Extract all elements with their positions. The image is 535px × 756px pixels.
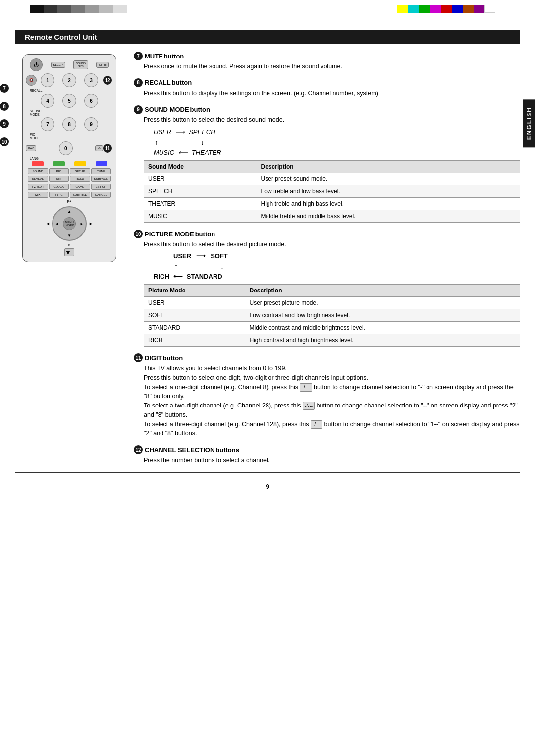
col-white xyxy=(484,5,495,13)
channel-selection-badge: 12 xyxy=(134,445,143,454)
col-blue xyxy=(452,5,463,13)
pic-flow-rich: RICH xyxy=(154,272,169,282)
sound-flow-user: USER xyxy=(154,127,171,137)
picture-mode-flow: USER ⟶ SOFT ↑ ↓ RICH ⟵ STANDARD xyxy=(154,251,510,281)
badge-7: 7 xyxy=(0,84,9,93)
channel-selection-title-suffix: buttons xyxy=(215,446,239,454)
num-4-button[interactable]: 4 xyxy=(41,94,54,108)
pic-flow-standard: STANDARD xyxy=(187,272,222,282)
tvtext-func-btn[interactable]: TV/TEXT xyxy=(28,184,48,190)
num-3-button[interactable]: 3 xyxy=(84,73,98,87)
subpage-func-btn[interactable]: SUBPAGE xyxy=(91,176,111,182)
digit-body-p1: This TV allows you to select channels fr… xyxy=(144,364,520,373)
num-9-button[interactable]: 9 xyxy=(84,117,98,131)
side-badge-9: 9 xyxy=(0,119,10,128)
mute-title-text: MUTE xyxy=(145,53,163,60)
blue-btn[interactable] xyxy=(96,161,107,166)
pic-flow-arrow1: ⟶ xyxy=(196,251,206,261)
color-bar xyxy=(397,5,495,13)
sleep-button[interactable]: SLEEP xyxy=(51,62,65,68)
digit-btn-3[interactable]: -/--- xyxy=(311,420,322,429)
picture-mode-title-suffix: button xyxy=(195,231,215,238)
setup-func-btn[interactable]: SETUP xyxy=(70,168,90,174)
digit-btn-1[interactable]: -/--- xyxy=(300,383,312,392)
vol-down-btn[interactable]: ◄ xyxy=(46,221,50,226)
left-arrow: ◄ xyxy=(55,222,59,226)
pic-table-row-user: USER User preset picture mode. xyxy=(144,297,520,309)
sound-mode-label: SOUNDMODE xyxy=(30,109,113,116)
power-button[interactable]: ⏻ xyxy=(30,58,43,71)
pic-func-btn[interactable]: PIC xyxy=(49,168,69,174)
up-arrow: ▲ xyxy=(67,209,71,214)
cancel-func-btn[interactable]: CANCEL xyxy=(91,192,111,198)
digit-body-p2: Press this button to select one-digit, t… xyxy=(144,373,520,383)
tune-func-btn[interactable]: TUNE xyxy=(91,168,111,174)
hold-func-btn[interactable]: HOLD xyxy=(70,176,90,182)
grayscale-bar xyxy=(30,5,127,13)
ch-iii-button[interactable]: CH III xyxy=(96,62,108,68)
recall-body: Press this button to display the setting… xyxy=(144,89,520,98)
mix-func-btn[interactable]: MIX xyxy=(28,192,48,198)
green-btn[interactable] xyxy=(53,161,65,166)
sound-mode-music: MUSIC xyxy=(144,210,257,223)
num-7-button[interactable]: 7 xyxy=(41,117,54,131)
sound-table-row-speech: SPEECH Low treble and low bass level. xyxy=(144,185,520,198)
sound-mode-music-desc: Middle treble and middle bass level. xyxy=(257,210,520,223)
mute-button[interactable]: 🔇 xyxy=(26,75,37,86)
channel-selection-title: 12 CHANNEL SELECTION buttons xyxy=(134,445,520,454)
picture-mode-title: 10 PICTURE MODE button xyxy=(134,230,520,238)
uni-func-btn[interactable]: UNI xyxy=(49,176,69,182)
num-1-button[interactable]: 1 xyxy=(41,73,54,87)
sound-flow-line2: MUSIC ⟵ THEATER xyxy=(154,148,510,158)
num-8-button[interactable]: 8 xyxy=(62,117,76,131)
p-down-btn[interactable]: ▼ xyxy=(64,248,74,256)
sound-flow-arrow1: ⟶ xyxy=(175,127,185,137)
recall-label: RECALL xyxy=(30,89,113,92)
num-0-button[interactable]: 0 xyxy=(59,141,73,155)
bottom-rule xyxy=(15,472,520,473)
sound-flow-arrow2: ⟵ xyxy=(178,148,188,158)
p-plus-label: P+ xyxy=(26,200,113,203)
num-6-button[interactable]: 6 xyxy=(84,94,98,108)
side-badge-8: 8 xyxy=(0,102,10,111)
picture-mode-section: 10 PICTURE MODE button Press this button… xyxy=(134,230,520,347)
lstch-func-btn[interactable]: LST-CH xyxy=(91,184,111,190)
pic-flow-arrow2: ⟵ xyxy=(173,272,183,282)
sound-mode-title: 9 SOUND MODE button xyxy=(134,105,520,114)
clock-func-btn[interactable]: CLOCK xyxy=(49,184,69,190)
digit-section: 11 DIGIT button This TV allows you to se… xyxy=(134,353,520,438)
col-purple xyxy=(474,5,484,13)
digit-btn-2[interactable]: -/--- xyxy=(303,402,315,410)
sound-mode-speech-desc: Low treble and low bass level. xyxy=(257,185,520,198)
subtitle-func-btn[interactable]: SUBTITLE xyxy=(70,192,90,198)
pic-mode-soft-desc: Low contrast and low brightness level. xyxy=(245,309,520,322)
sound-table-row-music: MUSIC Middle treble and middle bass leve… xyxy=(144,210,520,223)
reveal-func-btn[interactable]: REVEAL xyxy=(28,176,48,182)
digit-dash-button[interactable]: -/- xyxy=(95,145,103,151)
red-btn[interactable] xyxy=(32,161,44,166)
num-2-button[interactable]: 2 xyxy=(62,73,76,87)
sound-flow-vert: ↑ ↓ xyxy=(154,137,510,148)
game-func-btn[interactable]: GAME xyxy=(70,184,90,190)
badge-11: 11 xyxy=(103,144,112,153)
sound-table-row-user: USER User preset sound mode. xyxy=(144,173,520,185)
sound-table-row-theater: THEATER High treble and high bass level. xyxy=(144,198,520,210)
sound-mode-user-desc: User preset sound mode. xyxy=(257,173,520,185)
func-row-4: MIX TYPE SUBTITLE CANCEL xyxy=(28,192,111,198)
gray-seg-6 xyxy=(99,5,113,13)
menu-index-btn[interactable]: MENUINDEX xyxy=(63,217,76,230)
digit-title: 11 DIGIT button xyxy=(134,353,520,362)
num-5-button[interactable]: 5 xyxy=(62,94,76,108)
channel-selection-section: 12 CHANNEL SELECTION buttons Press the n… xyxy=(134,445,520,465)
type-func-btn[interactable]: TYPE xyxy=(49,192,69,198)
col-red xyxy=(441,5,452,13)
sound-func-btn[interactable]: SOUND xyxy=(28,168,48,174)
yellow-btn[interactable] xyxy=(74,161,86,166)
pay-button[interactable]: PAY xyxy=(26,145,36,151)
vol-up-btn[interactable]: ► xyxy=(89,221,93,226)
sound-sys-button[interactable]: SOUNDSYS xyxy=(73,60,88,69)
pic-flow-vert: ↑ ↓ xyxy=(154,261,510,272)
nav-ring[interactable]: ▲ ▼ ◄ ► MENUINDEX xyxy=(52,206,87,241)
color-btn-row xyxy=(28,161,111,166)
remote-row-2: 🔇 1 2 3 12 xyxy=(26,73,113,87)
